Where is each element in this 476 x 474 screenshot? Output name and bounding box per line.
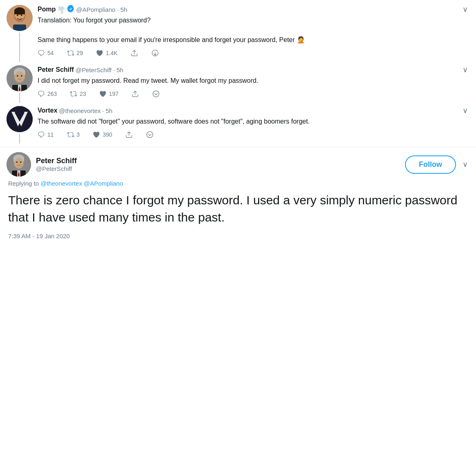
svg-point-30 [15,158,23,167]
svg-point-24 [147,132,153,138]
tweet-content-pomp: Pomp 🌪️ @APompliano · 5h ∨ Translation: … [38,5,469,62]
chevron-btn-peter1[interactable]: ∨ [461,65,469,74]
downvote-icon [152,90,160,98]
like-icon [96,49,103,57]
like-btn-pomp[interactable]: 1.4K [96,49,118,57]
reply-btn-pomp[interactable]: 54 [38,49,54,57]
svg-point-15 [17,75,18,77]
chevron-btn-main[interactable]: ∨ [461,160,469,169]
display-name-vortex: Vortex [38,107,58,114]
thread-line-vortex [19,134,20,144]
tweet-timestamp: 7:39 AM - 19 Jan 2020 [7,233,469,239]
username-peter1: @PeterSchiff [76,66,111,73]
avatar-peter1[interactable] [7,65,33,91]
svg-point-31 [16,162,18,163]
retweet-btn-vortex[interactable]: 3 [67,131,80,138]
avatar-pomp[interactable] [7,5,33,31]
reply-icon [38,131,45,138]
main-tweet-text: There is zero chance I forgot my passwor… [7,192,469,226]
dm-btn-peter1[interactable] [131,90,139,97]
svg-rect-5 [22,11,25,14]
like-icon [99,90,107,97]
tweet-actions-peter1: 263 23 197 [38,90,469,98]
dm-icon [125,131,133,138]
more-btn-peter1[interactable] [152,90,160,98]
tweet-text-vortex: The software did not "forget" your passw… [38,117,469,126]
replying-to: Replying to @theonevortex @APompliano [7,180,469,187]
main-tweet-header-left: Peter Schiff @PeterSchiff [7,152,77,177]
chevron-btn-pomp[interactable]: ∨ [461,5,469,14]
replying-to-vortex[interactable]: @theonevortex [40,180,82,187]
retweet-btn-pomp[interactable]: 29 [67,49,83,57]
retweet-icon [67,49,74,57]
avatar-col-vortex [7,106,33,144]
reply-icon [38,90,45,97]
like-count-pomp: 1.4K [106,50,118,56]
retweet-icon [70,90,77,97]
main-tweet-section: Peter Schiff @PeterSchiff Follow ∨ Reply… [0,152,476,239]
tweet-header-pomp: Pomp 🌪️ @APompliano · 5h ∨ [38,5,469,14]
display-name-peter1: Peter Schiff [38,66,74,73]
main-tweet-header: Peter Schiff @PeterSchiff Follow ∨ [7,152,469,177]
reply-btn-vortex[interactable]: 11 [38,131,54,138]
dm-icon [131,49,138,57]
chevron-btn-vortex[interactable]: ∨ [461,106,469,115]
main-avatar-peter[interactable] [7,152,31,177]
main-username: @PeterSchiff [36,165,77,172]
tweet-actions-vortex: 11 3 390 [38,131,469,139]
tweet-item-pomp: Pomp 🌪️ @APompliano · 5h ∨ Translation: … [7,5,469,62]
tweet-header-peter1: Peter Schiff @PeterSchiff · 5h ∨ [38,65,469,74]
reply-icon [38,49,45,57]
reply-btn-peter1[interactable]: 263 [38,90,57,97]
tweet-item-vortex: Vortex @theonevortex · 5h ∨ The software… [7,106,469,144]
tweet-actions-pomp: 54 29 1.4K [38,49,469,57]
like-icon [93,131,100,138]
reply-count-vortex: 11 [47,131,54,138]
dm-btn-pomp[interactable] [131,49,138,57]
svg-rect-4 [14,11,17,14]
svg-point-16 [21,75,22,77]
reply-count-peter1: 263 [47,91,57,97]
avatar-vortex[interactable] [7,106,33,132]
reply-count-pomp: 54 [47,50,54,56]
replying-to-pomp[interactable]: @APompliano [84,180,123,187]
tweet-header-left-peter1: Peter Schiff @PeterSchiff · 5h [38,66,123,73]
more-btn-vortex[interactable] [146,131,154,139]
svg-point-20 [153,91,159,97]
time-vortex: 5h [106,107,113,114]
downvote-icon-vortex [146,131,154,139]
thread-line-pomp [19,33,20,62]
time-peter1: 5h [116,66,123,73]
like-btn-peter1[interactable]: 197 [99,90,118,97]
retweet-btn-peter1[interactable]: 23 [70,90,86,97]
svg-point-32 [20,162,21,163]
avatar-col-pomp [7,5,33,62]
more-btn-pomp[interactable] [151,49,159,57]
svg-point-6 [17,14,18,16]
like-btn-vortex[interactable]: 390 [93,131,112,138]
thread-line-peter1 [19,93,20,103]
emoji-badge-pomp: 🌪️ [57,6,65,13]
like-count-vortex: 390 [102,131,112,138]
retweet-count-pomp: 29 [77,50,83,56]
avatar-col-peter1 [7,65,33,103]
tweet-item-peter1: Peter Schiff @PeterSchiff · 5h ∨ I did n… [7,65,469,103]
like-count-peter1: 197 [109,91,118,97]
retweet-count-peter1: 23 [80,91,86,97]
tweet-text-peter1: I did not forget my password. Read my tw… [38,76,469,86]
dm-btn-vortex[interactable] [125,131,133,138]
follow-button[interactable]: Follow [405,155,456,174]
downvote-icon [151,49,159,57]
retweet-count-vortex: 3 [77,131,80,138]
retweet-icon [67,131,74,138]
svg-point-7 [21,14,22,16]
svg-point-14 [15,71,24,81]
tweet-header-vortex: Vortex @theonevortex · 5h ∨ [38,106,469,115]
svg-rect-8 [13,24,26,31]
tweet-text-pomp: Translation: You forgot your password? S… [38,16,469,45]
tweet-thread: Pomp 🌪️ @APompliano · 5h ∨ Translation: … [0,0,476,144]
tweet-header-left-pomp: Pomp 🌪️ @APompliano · 5h [38,5,127,14]
time-pomp: 5h [120,6,127,13]
verified-badge-pomp [67,5,74,14]
display-name-pomp: Pomp [38,6,56,13]
